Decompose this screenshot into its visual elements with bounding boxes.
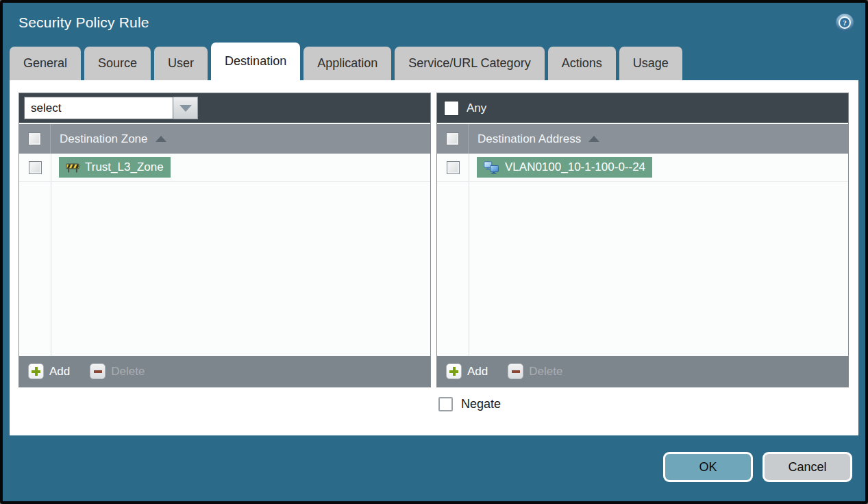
titlebar: Security Policy Rule ? <box>3 3 865 43</box>
zone-delete-button[interactable]: Delete <box>90 363 145 379</box>
zone-grid-header: Destination Zone <box>19 124 430 154</box>
tab-bar: General Source User Destination Applicat… <box>3 43 865 80</box>
address-row-checkbox-cell <box>437 154 469 181</box>
address-add-button[interactable]: Add <box>446 363 488 379</box>
negate-checkbox[interactable] <box>438 397 453 411</box>
chevron-down-icon <box>179 105 192 112</box>
destination-address-panel: Any Destination Address <box>436 93 849 387</box>
dialog-footer: OK Cancel <box>3 435 865 501</box>
security-policy-rule-dialog: Security Policy Rule ? General Source Us… <box>0 0 868 504</box>
zone-column-header[interactable]: Destination Zone <box>60 132 166 146</box>
tab-source[interactable]: Source <box>84 47 151 80</box>
network-address-icon <box>484 161 499 174</box>
delete-minus-icon <box>90 363 106 379</box>
add-plus-icon <box>28 363 44 379</box>
zone-select-combo: select <box>24 97 198 119</box>
address-item-label: VLAN0100_10-1-100-0--24 <box>505 160 645 174</box>
sort-ascending-icon <box>588 136 599 142</box>
zone-row: Trust_L3_Zone <box>19 154 430 182</box>
zone-delete-label: Delete <box>111 365 145 379</box>
checkbox-column-divider <box>469 154 469 356</box>
cancel-button[interactable]: Cancel <box>762 452 852 482</box>
add-plus-icon <box>446 363 462 379</box>
address-column-header-label: Destination Address <box>478 132 581 146</box>
zone-select-input[interactable]: select <box>24 97 173 119</box>
tab-application[interactable]: Application <box>303 47 391 80</box>
address-item-vlan0100[interactable]: VLAN0100_10-1-100-0--24 <box>477 157 652 178</box>
any-checkbox[interactable] <box>444 101 459 116</box>
negate-row: Negate <box>436 397 849 411</box>
address-column-header[interactable]: Destination Address <box>478 132 599 146</box>
address-column: Any Destination Address <box>436 93 849 435</box>
zone-column-header-label: Destination Zone <box>60 132 148 146</box>
tab-actions[interactable]: Actions <box>548 47 616 80</box>
address-select-all-checkbox[interactable] <box>446 132 459 145</box>
address-panel-top-bar: Any <box>437 93 848 123</box>
any-row: Any <box>442 101 486 116</box>
zone-select-all-checkbox[interactable] <box>28 132 41 145</box>
tab-service-url-category[interactable]: Service/URL Category <box>395 47 544 80</box>
address-add-label: Add <box>467 365 488 379</box>
zone-barrier-icon <box>66 162 79 173</box>
sort-ascending-icon <box>156 136 166 142</box>
zone-select-dropdown-button[interactable] <box>173 97 198 119</box>
dialog-title: Security Policy Rule <box>18 14 149 31</box>
address-select-all-cell <box>437 124 469 154</box>
zone-select-all-cell <box>19 124 51 154</box>
zone-item-trust-l3-zone[interactable]: Trust_L3_Zone <box>59 157 171 178</box>
zone-toolbar: Add Delete <box>19 356 430 387</box>
zone-add-button[interactable]: Add <box>28 363 70 379</box>
ok-button[interactable]: OK <box>663 452 753 482</box>
negate-label: Negate <box>461 397 501 411</box>
address-row-checkbox[interactable] <box>447 161 460 174</box>
zone-add-label: Add <box>49 365 70 379</box>
address-toolbar: Add Delete <box>437 356 848 387</box>
address-row: VLAN0100_10-1-100-0--24 <box>437 154 848 182</box>
tab-destination[interactable]: Destination <box>211 43 300 80</box>
zone-panel-top-bar: select <box>19 93 430 123</box>
checkbox-column-divider <box>51 154 51 356</box>
address-grid-header: Destination Address <box>437 124 848 154</box>
zone-row-checkbox-cell <box>19 154 51 181</box>
help-icon[interactable]: ? <box>836 14 854 32</box>
zone-item-label: Trust_L3_Zone <box>85 160 164 174</box>
destination-tab-content: select Destination Zone <box>10 80 858 435</box>
help-question-glyph: ? <box>839 16 851 29</box>
address-grid-body: VLAN0100_10-1-100-0--24 <box>437 154 848 356</box>
tab-general[interactable]: General <box>10 47 81 80</box>
tab-user[interactable]: User <box>154 47 208 80</box>
zone-row-checkbox[interactable] <box>29 161 42 174</box>
zone-column: select Destination Zone <box>18 93 431 435</box>
address-delete-label: Delete <box>529 365 562 379</box>
any-label: Any <box>467 101 486 115</box>
zone-grid-body: Trust_L3_Zone <box>19 154 430 356</box>
destination-zone-panel: select Destination Zone <box>18 93 431 387</box>
delete-minus-icon <box>508 363 523 379</box>
tab-usage[interactable]: Usage <box>619 47 682 80</box>
address-delete-button[interactable]: Delete <box>508 363 562 379</box>
